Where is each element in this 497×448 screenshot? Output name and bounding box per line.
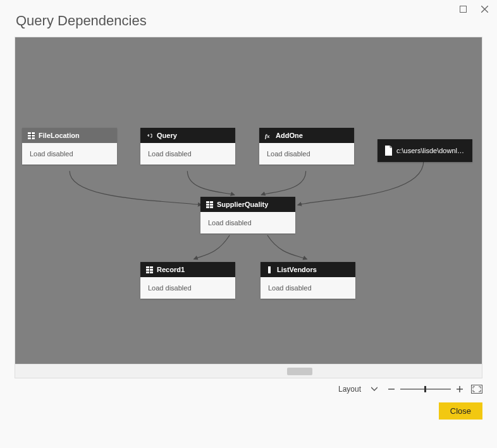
zoom-slider[interactable] [400, 389, 451, 390]
dependency-canvas[interactable]: FileLocation Load disabled Query Load di… [15, 37, 482, 364]
layout-label: Layout [338, 385, 361, 394]
minus-icon [388, 386, 395, 392]
node-status: Load disabled [22, 143, 117, 165]
zoom-out-button[interactable] [386, 384, 396, 394]
node-status: Load disabled [140, 143, 235, 165]
canvas-frame: FileLocation Load disabled Query Load di… [15, 37, 482, 378]
node-status: Load disabled [200, 212, 295, 233]
table-icon [27, 132, 35, 139]
zoom-in-button[interactable] [455, 384, 465, 394]
svg-rect-0 [460, 6, 466, 12]
fit-to-screen-button[interactable] [471, 385, 482, 394]
node-label: c:\users\lisde\downloads... [396, 147, 466, 154]
zoom-control [386, 384, 465, 394]
node-listvendors[interactable]: ListVendors Load disabled [261, 262, 355, 299]
close-window-button[interactable] [478, 3, 491, 15]
table-icon [145, 266, 153, 273]
horizontal-scrollbar[interactable] [15, 364, 482, 378]
function-icon: fx [264, 132, 272, 139]
zoom-slider-thumb[interactable] [424, 386, 426, 392]
layout-dropdown[interactable] [369, 385, 380, 394]
bottom-toolbar: Layout [15, 380, 482, 399]
node-status: Load disabled [261, 277, 355, 299]
query-dependencies-window: Query Dependencies [0, 0, 497, 448]
fit-icon [471, 385, 482, 394]
node-label: SupplierQuality [217, 201, 268, 208]
node-supplierquality[interactable]: SupplierQuality Load disabled [200, 197, 295, 233]
node-sourcefile[interactable]: c:\users\lisde\downloads... [377, 139, 472, 162]
node-addone[interactable]: fx AddOne Load disabled [259, 128, 354, 165]
node-status: Load disabled [259, 143, 354, 165]
node-label: AddOne [276, 132, 303, 139]
node-status: Load disabled [140, 277, 235, 299]
node-record1[interactable]: Record1 Load disabled [140, 262, 235, 299]
window-controls [457, 3, 491, 15]
square-icon [460, 6, 467, 13]
page-title: Query Dependencies [16, 13, 147, 29]
close-button[interactable]: Close [439, 402, 482, 420]
node-filelocation[interactable]: FileLocation Load disabled [22, 128, 117, 165]
node-query[interactable]: Query Load disabled [140, 128, 235, 165]
dialog-actions: Close [15, 402, 482, 420]
node-label: Record1 [157, 266, 185, 273]
file-icon [384, 146, 393, 156]
close-icon [481, 6, 488, 13]
parameter-icon [145, 132, 153, 139]
maximize-button[interactable] [457, 3, 469, 15]
svg-text:fx: fx [265, 133, 270, 139]
scrollbar-thumb[interactable] [287, 368, 312, 375]
node-label: FileLocation [39, 132, 80, 139]
chevron-down-icon [371, 387, 377, 392]
list-icon [266, 266, 273, 273]
plus-icon [457, 386, 463, 392]
node-label: Query [157, 132, 177, 139]
svg-rect-16 [268, 266, 271, 273]
svg-rect-20 [472, 385, 482, 394]
table-icon [206, 201, 213, 208]
node-label: ListVendors [277, 266, 317, 273]
